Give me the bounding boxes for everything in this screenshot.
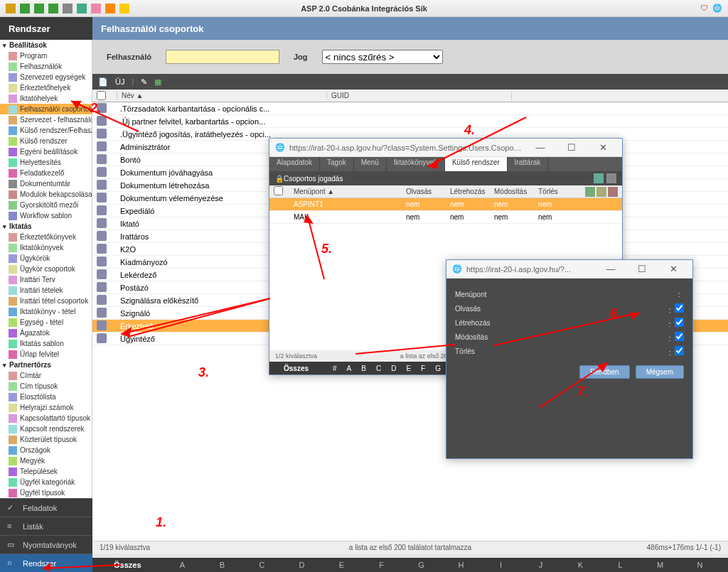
header-guid[interactable]: GUID [327,92,512,99]
sidebar-item[interactable]: Felhasználói csoportok [0,104,92,114]
sidebar-item[interactable]: Felhasználók [0,61,92,72]
sidebar-item[interactable]: Program [0,50,92,61]
alpha-letter[interactable]: L [601,561,641,569]
header-name[interactable]: Név ▲ [117,92,327,99]
perm-h-read[interactable]: Olvasás [402,188,446,195]
sidebar-item[interactable]: Települések [0,466,92,477]
alpha-letter[interactable]: I [481,561,521,569]
sidebar-item[interactable]: Szervezet - felhasználó [0,114,92,125]
sidebar-item[interactable]: Dokumentumtár [0,178,92,189]
sidebar-item[interactable]: Gyorskitöltő mezői [0,200,92,210]
sidebar-item[interactable]: Modulok bekapcsolása [0,189,92,200]
alpha-letter[interactable]: J [521,561,561,569]
perm-h-modify[interactable]: Módosítás [490,188,534,195]
sidebar-item[interactable]: Irattári tétel csoportok [0,296,92,306]
alpha-letter[interactable]: G [402,561,441,569]
alpha-all[interactable]: Összes [92,561,163,569]
sidebar-item[interactable]: Külső rendszer [0,136,92,146]
sidebar-item[interactable]: Ügyfél kategóriák [0,477,92,487]
sidebar-item[interactable]: Címtár [0,370,92,381]
filter-input-user[interactable] [166,50,279,64]
sidebar-item[interactable]: Iktatás sablon [0,338,92,349]
sidebar-item[interactable]: Workflow sablon [0,210,92,221]
popup-tab[interactable]: Külső rendszer [445,157,508,171]
popup-alpha-all[interactable]: Összes [269,365,323,372]
sidebar-item[interactable]: Elosztólista [0,392,92,402]
perm-select-all[interactable] [274,186,283,195]
bottom-nav-item[interactable]: ✓Feladatok [0,498,92,517]
sidebar-item[interactable]: Kapcsolt rendszerek [0,423,92,434]
alpha-letter[interactable]: A [163,561,203,569]
perm-tool-icon[interactable] [585,187,595,197]
alpha-letter[interactable]: B [356,365,371,372]
alpha-letter[interactable]: G [430,365,446,372]
perm-h-delete[interactable]: Törlés [534,188,578,195]
alpha-letter[interactable]: F [416,365,430,372]
sidebar-item[interactable]: Feladatkezelő [0,168,92,178]
tool-icon[interactable] [606,173,616,183]
perm-checkbox[interactable] [675,318,684,327]
popup-tab[interactable]: Irattárak [508,157,549,171]
globe-icon[interactable]: 🌐 [712,4,722,13]
perm-checkbox[interactable] [675,346,684,355]
alpha-letter[interactable]: E [401,365,416,372]
perm-h-create[interactable]: Létrehozás [446,188,490,195]
sidebar-item[interactable]: Ügykör csoportok [0,264,92,274]
alpha-letter[interactable]: E [322,561,362,569]
sidebar-item[interactable]: Ügyfél típusok [0,487,92,498]
icon[interactable] [48,4,58,14]
maximize-button[interactable]: ☐ [628,261,655,277]
bottom-nav-item[interactable]: ≡Listák [0,517,92,535]
edit-icon[interactable]: ✎ [141,77,147,87]
shield-icon[interactable]: 🛡 [700,4,708,13]
alpha-letter[interactable]: N [680,561,720,569]
alpha-letter[interactable]: K [561,561,601,569]
sidebar-item[interactable]: Közterület típusok [0,434,92,445]
sidebar-item[interactable]: Ügykörök [0,253,92,264]
table-row[interactable]: .Törzsadatok karbantartása - opcionális … [92,102,728,115]
sidebar-item[interactable]: Országok [0,445,92,455]
alpha-letter[interactable]: D [386,365,401,372]
perm-row[interactable]: ASPINT1nemnemnemnem [269,198,622,211]
alpha-letter[interactable]: C [371,365,386,372]
perm-tool-icon[interactable] [608,187,618,197]
sidebar-item[interactable]: Megyék [0,455,92,466]
perm-checkbox[interactable] [675,303,684,313]
icon[interactable] [91,4,101,14]
icon[interactable] [63,4,73,14]
excel-icon[interactable]: ▦ [154,77,161,87]
sidebar-item[interactable]: Érkeztetőhelyek [0,82,92,93]
ok-button[interactable]: Rendben [579,365,630,379]
perm-h-name[interactable]: Menüpont ▲ [289,188,402,195]
sidebar-item[interactable]: Irattári tételek [0,285,92,296]
sidebar-item[interactable]: Egyéni beállítások [0,146,92,157]
popup-tab[interactable]: Iktatókönyvek [387,157,445,171]
sidebar-item[interactable]: Iktatóhelyek [0,93,92,104]
popup-titlebar[interactable]: 🌐 https://irat-20-i.asp.lgov.hu/?class=S… [269,139,622,157]
icon[interactable] [119,4,129,14]
sidebar-item[interactable]: Ágazatok [0,328,92,338]
alpha-letter[interactable]: # [328,365,342,372]
bottom-nav-item[interactable]: ○Rendszer [0,554,92,572]
icon[interactable] [20,4,30,14]
popup-tab[interactable]: Tagok [320,157,354,171]
sidebar-item[interactable]: Helyettesítés [0,157,92,168]
perm-row[interactable]: MAKnemnemnemnem [269,211,622,224]
alpha-letter[interactable]: D [282,561,322,569]
sidebar-item[interactable]: Iktatókönyvek [0,242,92,253]
select-all-checkbox[interactable] [97,91,106,100]
alpha-letter[interactable]: B [203,561,242,569]
icon[interactable] [6,4,16,14]
popup2-titlebar[interactable]: 🌐 https://irat-20-i.asp.lgov.hu/?... — ☐… [446,260,692,279]
sidebar-group[interactable]: Iktatás [0,221,92,232]
sidebar-item[interactable]: Külső rendszer/Felhasz [0,125,92,136]
bottom-nav-item[interactable]: ▭Nyomtatványok [0,535,92,554]
alpha-letter[interactable]: A [342,365,357,372]
close-button[interactable]: ✕ [660,261,687,277]
cancel-button[interactable]: Mégsem [636,365,684,379]
popup-tab[interactable]: Menü [354,157,387,171]
sidebar-item[interactable]: Érkeztetőkönyvek [0,232,92,242]
sidebar-item[interactable]: Iktatókönyv - tétel [0,306,92,317]
minimize-button[interactable]: — [527,140,554,156]
icon[interactable] [105,4,115,14]
